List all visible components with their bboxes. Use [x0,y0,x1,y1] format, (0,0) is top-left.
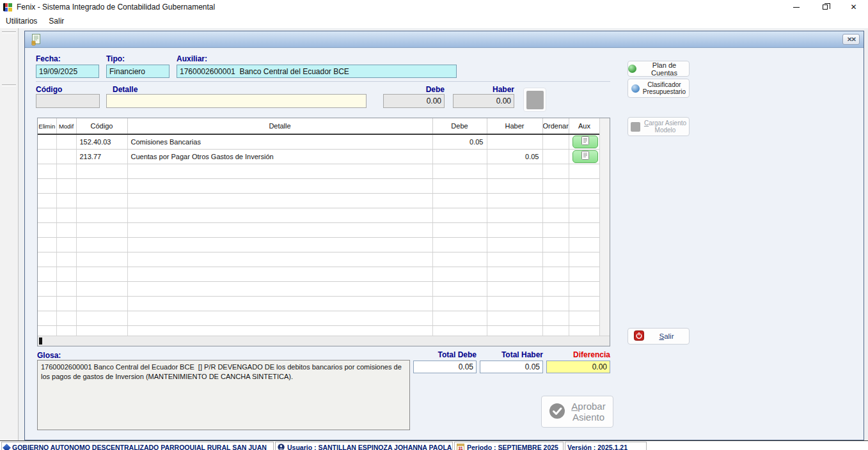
auxiliar-input[interactable] [177,65,457,78]
cell-aux [569,149,600,164]
calendar-icon: 31 [457,444,464,450]
detalle-entry-input[interactable] [106,94,367,108]
entries-header-row: EliminModifCódigoDetalleDebeHaberOrdenar… [38,118,600,134]
cell-modif [56,252,76,267]
entries-table: EliminModifCódigoDetalleDebeHaberOrdenar… [37,118,610,346]
minimize-button[interactable] [782,0,810,14]
cell-modif [56,296,76,311]
column-header-5: Haber [487,118,542,134]
cell-detalle [127,252,432,267]
clasificador-presupuestario-button[interactable]: Clasificador Presupuestario [627,79,690,98]
statusbar-usuario: Usuario : SANTILLAN ESPINOZA JOHANNA PAO… [275,442,453,450]
institution-icon [3,444,11,450]
cell-codigo [76,296,127,311]
cell-aux [569,296,600,311]
child-close-button[interactable]: ✕✕ [842,34,860,45]
window-controls: ✕ [782,0,868,14]
gray-square-icon [631,122,640,132]
cell-haber [487,208,542,222]
menu-utilitarios[interactable]: Utilitarios [0,15,43,27]
cell-detalle [127,208,432,222]
cell-modif [56,134,76,149]
cell-debe [432,178,487,193]
cell-codigo [76,164,127,178]
cell-modif [56,208,76,222]
cell-detalle [127,193,432,208]
cargar-asiento-modelo-button[interactable]: Cargar Asiento Modelo [627,117,690,136]
cell-codigo: 152.40.03 [76,134,127,149]
child-titlebar: ✕✕ [25,31,864,48]
aux-notepad-button[interactable] [572,136,598,148]
column-header-6: Ordenar [542,118,569,134]
haber-entry-input[interactable] [453,94,514,108]
add-entry-button[interactable] [523,88,546,112]
empty-row [38,178,600,193]
notepad-icon [581,136,589,147]
cell-aux [569,178,600,193]
mdi-workspace: ✕✕ Fecha: Tipo: Auxiliar: Código Detalle… [0,28,868,440]
cell-debe [432,267,487,281]
cell-haber [487,193,542,208]
cell-codigo [76,311,127,325]
total-haber-field [480,361,543,373]
horizontal-scrollbar[interactable] [38,336,610,346]
debe-entry-input[interactable] [383,94,445,108]
empty-row [38,193,600,208]
cell-haber [487,252,542,267]
green-sphere-icon [628,65,636,73]
aprobar-asiento-button[interactable]: Aprobar Asiento [541,396,613,428]
cell-elimin [38,193,56,208]
salir-button[interactable]: Salir [627,328,690,345]
total-debe-label: Total Debe [413,350,477,359]
glosa-textarea[interactable]: 1760002600001 Banco Central del Ecuador … [37,360,410,430]
gray-square-icon [526,91,544,109]
cell-ordenar [542,164,569,178]
cell-elimin [38,149,56,164]
notepad-icon [581,151,589,162]
diferencia-field [546,361,610,373]
vertical-scrollbar[interactable] [599,118,610,336]
cell-codigo [76,208,127,222]
cell-elimin [38,311,56,325]
clasificador-label: Clasificador Presupuestario [643,81,686,96]
minimize-icon [793,7,800,8]
cell-aux [569,208,600,222]
tipo-label: Tipo: [106,54,125,63]
cell-debe [432,164,487,178]
cell-haber [487,164,542,178]
h-scroll-thumb[interactable] [39,338,42,345]
cell-modif [56,178,76,193]
column-header-4: Debe [432,118,487,134]
empty-row [38,164,600,178]
fecha-input[interactable] [36,65,99,78]
user-icon [278,444,285,450]
cell-elimin [38,252,56,267]
power-icon [634,330,644,342]
cell-ordenar [542,296,569,311]
cell-modif [56,237,76,252]
debe-entry-label: Debe [383,85,445,94]
cell-aux [569,164,600,178]
plan-de-cuentas-label: Plan de Cuentas [640,61,689,77]
close-button[interactable]: ✕ [839,0,868,14]
cell-haber [487,222,542,237]
restore-button[interactable] [810,0,839,14]
column-header-7: Aux [569,118,600,134]
entry-row[interactable]: 152.40.03Comisiones Bancarias0.05 [38,134,600,149]
cell-haber [487,178,542,193]
splitter-grip[interactable] [2,84,16,86]
cell-elimin [38,178,56,193]
codigo-entry-input[interactable] [36,94,100,108]
cell-debe [432,296,487,311]
splitter-grip[interactable] [2,31,16,33]
entry-row[interactable]: 213.77Cuentas por Pagar Otros Gastos de … [38,149,600,164]
tipo-input[interactable] [106,65,170,78]
cell-debe [432,222,487,237]
plan-de-cuentas-button[interactable]: Plan de Cuentas [627,61,690,77]
aux-notepad-button[interactable] [572,150,598,163]
salir-label: Salir [644,332,689,340]
menu-salir[interactable]: Salir [43,15,70,27]
cell-codigo [76,222,127,237]
cell-ordenar [542,252,569,267]
cell-debe [432,237,487,252]
